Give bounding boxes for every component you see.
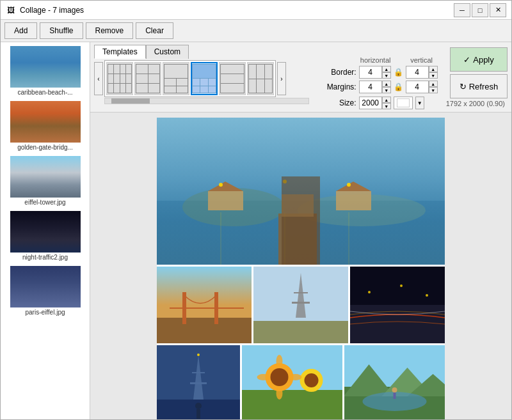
image-label: caribbean-beach-... (17, 89, 72, 96)
maximize-button[interactable]: □ (472, 3, 488, 17)
size-down[interactable]: ▼ (382, 103, 391, 109)
app-icon: 🖼 (6, 5, 16, 15)
svg-point-36 (195, 403, 202, 409)
image-list[interactable]: caribbean-beach-... golden-gate-bridg...… (1, 42, 90, 419)
margins-lock-icon[interactable]: 🔒 (394, 82, 403, 91)
svg-point-30 (426, 294, 428, 297)
apply-label: Apply (473, 55, 494, 65)
apply-button[interactable]: ✓ Apply (450, 47, 508, 72)
settings-area: horizontal vertical Border: 4 ▲ ▼ (324, 45, 438, 109)
vertical-header: vertical (405, 56, 438, 64)
template-option[interactable] (247, 62, 274, 95)
thumbnail (10, 156, 81, 198)
template-option[interactable] (134, 62, 161, 95)
list-item[interactable]: night-traffic2.jpg (3, 210, 87, 262)
template-option[interactable] (106, 62, 133, 95)
margins-v-spinbox: 4 ▲ ▼ (406, 81, 438, 93)
border-h-input[interactable]: 4 (359, 66, 382, 79)
action-buttons: ✓ Apply ↻ Refresh (450, 45, 508, 98)
svg-point-45 (276, 355, 283, 368)
golden-gate-image (157, 267, 252, 343)
border-v-up[interactable]: ▲ (429, 66, 438, 72)
svg-rect-22 (253, 321, 348, 343)
collage-cell-pier[interactable] (157, 118, 445, 265)
next-template-button[interactable]: › (277, 62, 286, 95)
landscape-image (344, 345, 445, 419)
border-h-spinbox: 4 ▲ ▼ (359, 66, 391, 79)
collage-grid (157, 118, 445, 419)
collage-row3 (157, 345, 445, 419)
svg-point-42 (271, 368, 289, 386)
margins-h-down[interactable]: ▼ (382, 87, 391, 93)
svg-point-48 (289, 374, 302, 380)
paris-night-image (157, 345, 240, 419)
template-scrollbar[interactable] (104, 98, 309, 104)
svg-point-29 (400, 284, 403, 287)
minimize-button[interactable]: ─ (454, 3, 470, 17)
collage-cell-sunflowers[interactable] (242, 345, 342, 419)
collage-canvas (90, 113, 511, 419)
margins-v-down[interactable]: ▼ (429, 87, 438, 93)
main-content: caribbean-beach-... golden-gate-bridg...… (1, 42, 511, 419)
tab-templates[interactable]: Templates (94, 45, 146, 59)
image-label: eiffel-tower.jpg (24, 199, 65, 206)
margins-v-input[interactable]: 4 (406, 81, 429, 93)
prev-template-button[interactable]: ‹ (94, 62, 103, 95)
size-up[interactable]: ▲ (382, 97, 391, 103)
window-title: Collage - 7 images (20, 6, 450, 15)
thumbnail (10, 211, 81, 253)
margins-h-input[interactable]: 4 (359, 81, 382, 93)
tab-custom[interactable]: Custom (146, 45, 189, 59)
collage-cell-traffic[interactable] (350, 267, 445, 343)
thumbnail (10, 46, 81, 88)
border-lock-icon[interactable]: 🔒 (394, 68, 403, 77)
color-dropdown-arrow[interactable]: ▼ (415, 97, 424, 109)
template-option[interactable] (219, 62, 246, 95)
list-item[interactable]: eiffel-tower.jpg (3, 155, 87, 207)
remove-button[interactable]: Remove (86, 22, 134, 39)
svg-rect-40 (242, 390, 342, 419)
apply-check-icon: ✓ (463, 55, 470, 65)
list-item[interactable]: paris-eiffel.jpg (3, 265, 87, 317)
svg-rect-34 (190, 382, 207, 384)
refresh-label: Refresh (469, 82, 499, 91)
svg-rect-27 (350, 305, 445, 343)
toolbar: Add Shuffle Remove Clear (1, 20, 511, 42)
size-row: Size: 2000 ▲ ▼ ▼ (324, 97, 438, 109)
template-option[interactable] (163, 62, 189, 95)
svg-point-46 (276, 387, 283, 400)
list-item[interactable]: golden-gate-bridg... (3, 100, 87, 152)
svg-point-28 (368, 291, 371, 293)
size-input[interactable]: 2000 (359, 97, 382, 109)
clear-button[interactable]: Clear (136, 22, 173, 39)
border-v-down[interactable]: ▼ (429, 72, 438, 79)
svg-point-12 (347, 183, 351, 187)
refresh-button[interactable]: ↻ Refresh (450, 74, 508, 98)
svg-rect-35 (192, 372, 205, 373)
border-label: Border: (324, 68, 356, 77)
collage-cell-landscape[interactable] (344, 345, 445, 419)
margins-v-up[interactable]: ▲ (429, 81, 438, 87)
border-h-down[interactable]: ▼ (382, 72, 391, 79)
collage-cell-eiffel[interactable] (253, 267, 348, 343)
shuffle-button[interactable]: Shuffle (40, 22, 83, 39)
border-v-input[interactable]: 4 (406, 66, 429, 79)
thumbnail (10, 266, 81, 307)
collage-cell-golden-gate[interactable] (157, 267, 252, 343)
margins-h-up[interactable]: ▲ (382, 81, 391, 87)
collage-cell-paris-night[interactable] (157, 345, 240, 419)
svg-rect-4 (278, 214, 317, 265)
template-option-selected[interactable] (191, 62, 218, 95)
list-item[interactable]: caribbean-beach-... (3, 45, 87, 97)
scrollbar-thumb (111, 98, 150, 104)
border-h-up[interactable]: ▲ (382, 66, 391, 72)
close-button[interactable]: ✕ (490, 3, 506, 17)
svg-rect-6 (208, 191, 243, 210)
add-button[interactable]: Add (4, 22, 37, 39)
thumbnail (10, 101, 81, 143)
color-picker[interactable] (394, 97, 413, 109)
left-panel: caribbean-beach-... golden-gate-bridg...… (1, 42, 90, 419)
svg-rect-25 (294, 292, 308, 293)
image-label: night-traffic2.jpg (22, 254, 68, 261)
templates-scroll (104, 60, 276, 97)
